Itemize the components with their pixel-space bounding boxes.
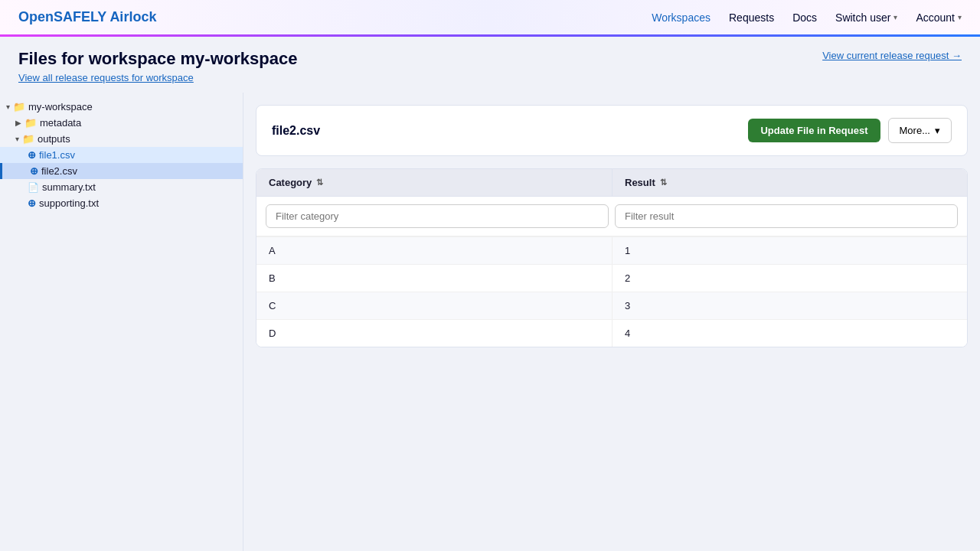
logo-open: OpenSAFELY: [18, 9, 106, 24]
category-column-header[interactable]: Category ⇅: [256, 169, 612, 196]
table-cell-result: 1: [612, 237, 967, 264]
table-cell-result: 2: [612, 265, 967, 292]
table-row: C 3: [256, 292, 967, 319]
tree-summary-label: summary.txt: [42, 181, 96, 193]
tree-file1-label: file1.csv: [39, 149, 75, 161]
logo: OpenSAFELY Airlock: [18, 9, 156, 25]
nav-workspaces[interactable]: Workspaces: [652, 11, 710, 24]
category-sort-icon: ⇅: [316, 178, 323, 187]
table-row: A 1: [256, 236, 967, 264]
table-cell-category: A: [256, 237, 612, 264]
tree-file2-label: file2.csv: [41, 165, 77, 177]
summary-file-icon: 📄: [28, 182, 39, 193]
tree-root[interactable]: ▾ 📁 my-workspace: [0, 99, 243, 115]
result-header-label: Result: [625, 177, 655, 188]
table-row: D 4: [256, 319, 967, 347]
table-cell-category: D: [256, 320, 612, 347]
view-all-releases-link[interactable]: View all release requests for workspace: [18, 72, 297, 83]
table-cell-category: B: [256, 265, 612, 292]
filter-category-input[interactable]: [266, 204, 609, 228]
more-options-button[interactable]: More... ▾: [888, 118, 952, 143]
main-layout: ▾ 📁 my-workspace ▶ 📁 metadata ▾ 📁 output…: [0, 93, 980, 551]
file-content-area: file2.csv Update File in Request More...…: [243, 93, 980, 551]
result-column-header[interactable]: Result ⇅: [612, 169, 967, 196]
header: OpenSAFELY Airlock Workspaces Requests D…: [0, 0, 980, 37]
tree-supporting-label: supporting.txt: [39, 197, 99, 209]
file-card-name: file2.csv: [272, 124, 320, 138]
nav-docs[interactable]: Docs: [792, 11, 817, 24]
view-current-release-link[interactable]: View current release request →: [822, 50, 962, 61]
logo-airlock: Airlock: [109, 9, 156, 24]
update-file-button[interactable]: Update File in Request: [748, 119, 880, 142]
file-card: file2.csv Update File in Request More...…: [256, 105, 968, 156]
table-cell-result: 4: [612, 320, 967, 347]
page-header: Files for workspace my-workspace View al…: [0, 37, 980, 93]
file-tree-sidebar: ▾ 📁 my-workspace ▶ 📁 metadata ▾ 📁 output…: [0, 93, 243, 551]
file2-in-request-icon: ⊕: [30, 165, 38, 177]
table-cell-result: 3: [612, 292, 967, 319]
tree-summary-txt[interactable]: 📄 summary.txt: [0, 179, 243, 195]
page-header-left: Files for workspace my-workspace View al…: [18, 49, 297, 83]
data-table: Category ⇅ Result ⇅ A 1 B 2 C 3 D 4: [256, 168, 968, 347]
tree-file2-csv[interactable]: ⊕ file2.csv: [0, 163, 243, 179]
supporting-add-icon: ⊕: [28, 197, 36, 209]
metadata-expand-icon: ▶: [15, 119, 21, 127]
tree-file1-csv[interactable]: ⊕ file1.csv: [0, 147, 243, 163]
tree-metadata-label: metadata: [40, 117, 81, 129]
tree-supporting-txt[interactable]: ⊕ supporting.txt: [0, 195, 243, 211]
page-header-right: View current release request →: [822, 49, 962, 61]
result-sort-icon: ⇅: [660, 178, 667, 187]
filter-result-input[interactable]: [615, 204, 958, 228]
switch-user-dropdown[interactable]: Switch user ▾: [835, 11, 897, 24]
more-chevron-icon: ▾: [935, 125, 940, 136]
page-title: Files for workspace my-workspace: [18, 49, 297, 69]
table-row: B 2: [256, 264, 967, 292]
tree-root-label: my-workspace: [28, 101, 93, 112]
outputs-folder-icon: 📁: [22, 133, 34, 145]
root-collapse-icon: ▾: [6, 103, 10, 111]
tree-metadata[interactable]: ▶ 📁 metadata: [0, 115, 243, 131]
tree-outputs[interactable]: ▾ 📁 outputs: [0, 131, 243, 147]
table-cell-category: C: [256, 292, 612, 319]
filter-row: [256, 197, 967, 236]
category-header-label: Category: [269, 177, 312, 188]
more-btn-label: More...: [900, 125, 930, 136]
account-chevron-icon: ▾: [958, 13, 962, 21]
file1-in-request-icon: ⊕: [28, 149, 36, 161]
account-dropdown[interactable]: Account ▾: [916, 11, 962, 24]
nav-requests[interactable]: Requests: [729, 11, 774, 24]
switch-user-chevron-icon: ▾: [893, 13, 897, 21]
metadata-folder-icon: 📁: [24, 117, 37, 129]
tree-outputs-label: outputs: [38, 133, 70, 145]
root-folder-icon: 📁: [13, 101, 25, 112]
switch-user-label: Switch user: [835, 11, 890, 24]
outputs-collapse-icon: ▾: [15, 135, 19, 143]
file-card-actions: Update File in Request More... ▾: [748, 118, 952, 143]
table-body: A 1 B 2 C 3 D 4: [256, 236, 967, 347]
account-label: Account: [916, 11, 955, 24]
table-header-row: Category ⇅ Result ⇅: [256, 169, 967, 197]
main-nav: Workspaces Requests Docs Switch user ▾ A…: [652, 11, 962, 24]
